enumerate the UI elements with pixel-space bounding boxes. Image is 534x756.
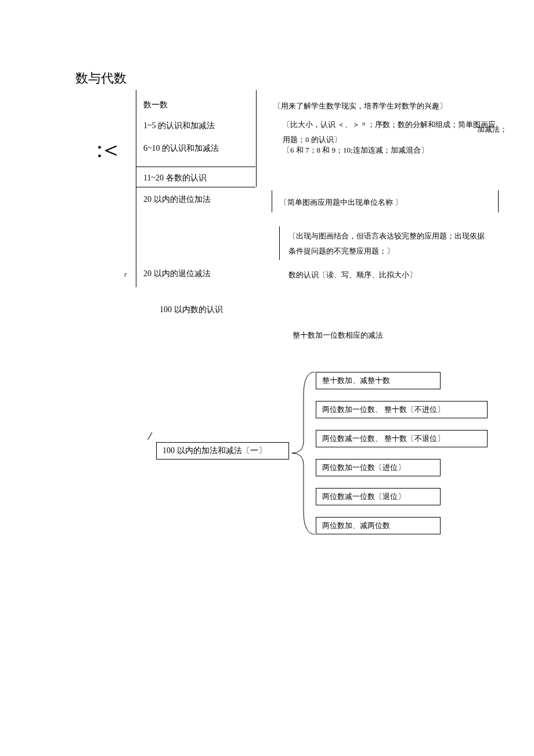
divider-bracket-left2	[279, 226, 280, 260]
sub-2d-add-1d-carry: 两位数加一位数〔进位〕	[316, 459, 441, 476]
sub-label: 两位数加、减两位数	[322, 520, 390, 531]
desc-addsub-label: 加减法；	[477, 122, 507, 137]
divider-vertical-mid2	[256, 167, 257, 187]
sub-label: 两位数减一位数〔退位〕	[322, 491, 405, 502]
sub-2d-add-1d-nocarry: 两位数加一位数、 整十数〔不进位〕	[316, 401, 488, 418]
item-6to10: 6~10 的认识和加减法	[143, 143, 219, 154]
sub-label: 两位数加一位数〔进位〕	[322, 462, 405, 473]
desc-count: 〔用来了解学生数学现实，培养学生对数学的兴趣〕	[273, 99, 447, 114]
divider-vertical-mid	[256, 90, 257, 167]
desc-6to10: 〔6 和 7；8 和 9；10;连加连减；加减混合〕	[283, 143, 428, 158]
item-carry-add-20: 20 以内的进位加法	[143, 194, 211, 205]
sub-2d-sub-1d-borrow: 两位数减一位数〔退位〕	[316, 488, 441, 505]
item-100-recog: 100 以内数的认识	[160, 305, 223, 315]
divider-bracket-left	[272, 190, 272, 212]
sub-label: 两位数减一位数、 整十数〔不退位〕	[322, 433, 445, 444]
box-100-label: 100 以内的加法和减法〔一〕	[163, 446, 266, 456]
item-1to5: 1~5 的认识和加减法	[143, 121, 215, 131]
less-than-icon: :＜	[96, 133, 119, 165]
marker-r: r	[124, 270, 127, 279]
box-100-addsub: 100 以内的加法和减法〔一〕	[156, 442, 289, 460]
desc-carry-add: 〔简单图画应用题中出现单位名称 〕	[280, 195, 402, 210]
brace-icon	[290, 372, 316, 534]
item-count: 数一数	[143, 100, 168, 110]
desc-borrow-sub: 〔出现与图画结合，但语言表达较完整的应用题；出现依据条件提问题的不完整应用题；〕	[288, 229, 486, 259]
sub-label: 整十数加、减整十数	[322, 375, 390, 386]
divider-bracket-right	[498, 190, 499, 212]
divider-h1	[136, 167, 255, 167]
divider-h2	[136, 187, 255, 187]
divider-vertical-left	[136, 90, 136, 287]
sub-2d-sub-1d-noborrow: 两位数减一位数、 整十数〔不退位〕	[316, 430, 488, 447]
item-borrow-sub-20: 20 以内的退位减法	[143, 269, 211, 279]
sub-label: 两位数加一位数、 整十数〔不进位〕	[322, 404, 445, 415]
desc-tens-ones: 整十数加一位数相应的减法	[293, 328, 383, 343]
item-11to20: 11~20 各数的认识	[143, 173, 207, 183]
page-title: 数与代数	[75, 70, 127, 87]
sub-2d-addsub-2d: 两位数加、减两位数	[316, 517, 441, 534]
sub-tens-addsub: 整十数加、减整十数	[316, 372, 441, 389]
desc-num-recog: 数的认识〔读、写、顺序、比拟大小〕	[288, 267, 417, 283]
